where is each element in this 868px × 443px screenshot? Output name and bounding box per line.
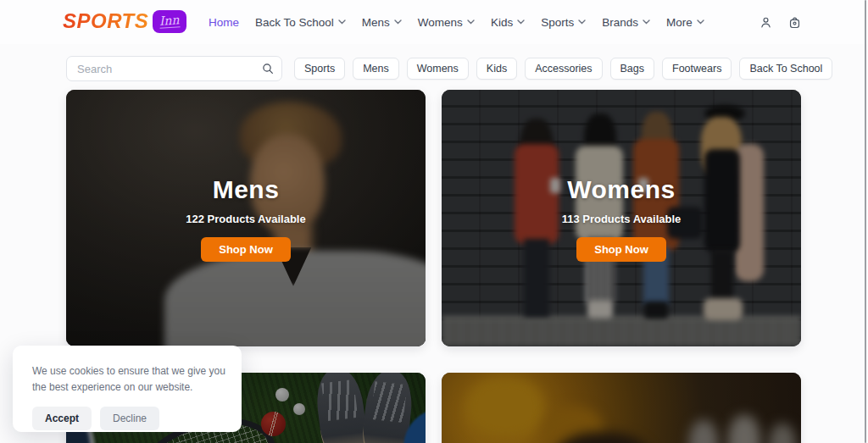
category-title-womens: Womens [567, 175, 675, 204]
category-card-autumn[interactable] [442, 373, 801, 443]
nav-item[interactable]: Home [209, 16, 239, 29]
category-count-mens: 122 Products Available [186, 213, 305, 225]
filter-chip[interactable]: Accessories [525, 58, 602, 80]
header-actions [757, 0, 803, 44]
filter-chip[interactable]: Kids [476, 58, 517, 80]
chevron-down-icon [697, 19, 704, 25]
category-hero-row: Mens 122 Products Available Shop Now [66, 90, 801, 346]
mens-card-content: Mens 122 Products Available Shop Now [66, 90, 426, 346]
brand-name: SPORTS [63, 9, 148, 33]
nav-item[interactable]: Brands [602, 16, 650, 29]
nav-item-label: Brands [602, 16, 638, 29]
cookie-accept-button[interactable]: Accept [32, 407, 92, 430]
filter-chip[interactable]: Mens [353, 58, 399, 80]
nav-item[interactable]: Sports [541, 16, 586, 29]
filter-chips: Sports Mens Womens Kids Accessories Bags… [294, 58, 832, 80]
scrollbar-thumb[interactable] [865, 0, 866, 443]
chevron-down-icon [467, 19, 475, 25]
filter-chip[interactable]: Footwears [662, 58, 732, 80]
nav-item[interactable]: More [666, 16, 704, 29]
filter-chip[interactable]: Sports [294, 58, 345, 80]
nav-item-label: More [666, 16, 693, 29]
search-toolbar: Sports Mens Womens Kids Accessories Bags… [66, 56, 809, 81]
brand-badge-text: Inn [159, 14, 181, 30]
brand-logo[interactable]: SPORTS Inn [63, 9, 186, 33]
chevron-down-icon [394, 19, 402, 25]
nav-item-label: Home [209, 16, 239, 29]
womens-card-content: Womens 113 Products Available Shop Now [442, 90, 801, 346]
nav-item-label: Kids [491, 16, 513, 29]
nav-item[interactable]: Womens [418, 16, 475, 29]
shop-now-button-mens[interactable]: Shop Now [201, 237, 291, 262]
category-card-mens[interactable]: Mens 122 Products Available Shop Now [66, 90, 426, 346]
nav-item-label: Mens [362, 16, 390, 29]
category-title-mens: Mens [213, 175, 280, 204]
cookie-actions: Accept Decline [32, 407, 223, 430]
nav-item[interactable]: Mens [362, 16, 402, 29]
filter-chip[interactable]: Womens [407, 58, 469, 80]
scrollbar[interactable] [863, 0, 868, 443]
chevron-down-icon [578, 19, 586, 25]
search-icon[interactable] [261, 62, 275, 75]
cart-button[interactable] [786, 14, 803, 30]
chevron-down-icon [338, 19, 346, 25]
sports-inn-homepage: SPORTS Inn Home Back To School Mens [0, 0, 868, 443]
search-box [66, 56, 282, 81]
shop-now-button-womens[interactable]: Shop Now [576, 237, 666, 262]
brand-badge: Inn [153, 10, 186, 33]
search-input[interactable] [66, 56, 282, 81]
main-nav: Home Back To School Mens Womens [209, 0, 704, 44]
user-icon [759, 15, 773, 30]
nav-item[interactable]: Kids [491, 16, 525, 29]
cookie-message: We use cookies to ensure that we give yo… [32, 363, 225, 396]
category-count-womens: 113 Products Available [562, 213, 682, 225]
nav-item[interactable]: Back To School [255, 16, 346, 29]
photo-dark-overlay [442, 373, 801, 443]
cookie-decline-button[interactable]: Decline [100, 407, 159, 430]
site-header: SPORTS Inn Home Back To School Mens [0, 0, 868, 44]
chevron-down-icon [517, 19, 525, 25]
shopping-bag-icon [787, 15, 802, 30]
filter-chip[interactable]: Bags [610, 58, 655, 80]
category-card-womens[interactable]: Womens 113 Products Available Shop Now [442, 90, 801, 346]
chevron-down-icon [643, 19, 650, 25]
nav-item-label: Womens [418, 16, 463, 29]
filter-chip[interactable]: Back To School [739, 58, 832, 80]
account-button[interactable] [757, 14, 774, 30]
nav-item-label: Back To School [255, 16, 334, 29]
nav-item-label: Sports [541, 16, 574, 29]
cookie-banner: We use cookies to ensure that we give yo… [13, 346, 242, 432]
